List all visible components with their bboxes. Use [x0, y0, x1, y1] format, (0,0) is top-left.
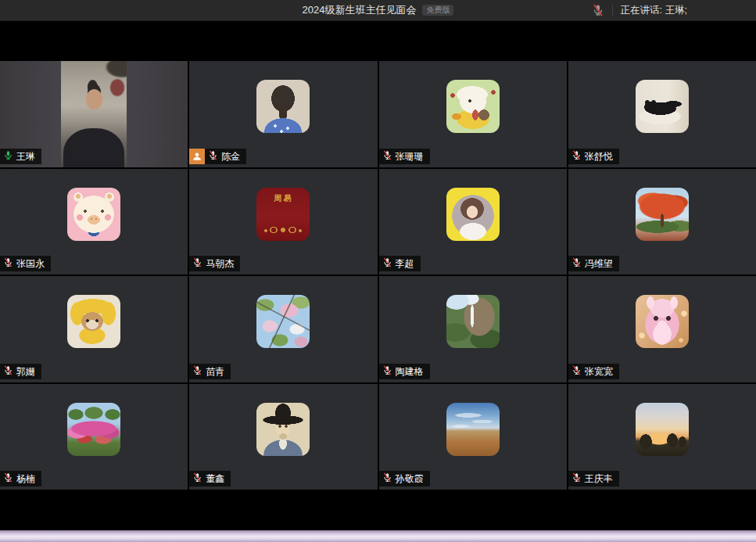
participant-tile-chenjin[interactable]: 陈金: [189, 61, 377, 167]
participant-name: 马朝杰: [206, 256, 234, 271]
participant-tile[interactable]: 张珊珊: [379, 61, 567, 167]
participant-nametag: 苗青: [189, 364, 231, 379]
participant-name: 冯维望: [585, 256, 613, 271]
participant-grid: 王琳: [0, 61, 756, 490]
participant-name: 李超: [396, 256, 414, 271]
participant-nametag: 陶建格: [379, 364, 430, 379]
participant-nametag: 王琳: [0, 149, 41, 164]
avatar: [256, 403, 310, 456]
microphone-muted-icon: [571, 257, 582, 271]
participant-tile[interactable]: 周易 马朝杰: [189, 169, 377, 275]
titlebar-separator: [612, 5, 613, 16]
microphone-muted-icon: [3, 257, 13, 271]
person-icon: [189, 149, 205, 164]
live-video-person: [61, 61, 127, 167]
participant-nametag: 马朝杰: [189, 256, 240, 271]
avatar: [446, 188, 500, 241]
participant-nametag: 李超: [379, 256, 421, 271]
avatar: 周易: [256, 188, 310, 241]
microphone-muted-icon: [571, 149, 582, 163]
participant-tile[interactable]: 李超: [379, 169, 567, 275]
avatar: [67, 188, 120, 241]
speaking-status: 正在讲话: 王琳;: [621, 4, 687, 17]
participant-tile[interactable]: 冯维望: [568, 169, 756, 275]
meeting-window: 2024级新生班主任见面会 免费版 正在讲话: 王琳;: [0, 0, 756, 542]
microphone-muted-icon: [192, 364, 202, 379]
microphone-muted-icon: [382, 257, 392, 271]
participant-name: 王庆丰: [585, 471, 613, 486]
participant-name: 孙敬霞: [396, 471, 424, 486]
participant-tile[interactable]: 孙敬霞: [379, 384, 567, 490]
participant-nametag: 张宽宽: [568, 364, 619, 379]
participant-tile[interactable]: 杨楠: [0, 384, 188, 490]
microphone-muted-icon: [571, 364, 582, 379]
participant-tile[interactable]: 张宽宽: [568, 276, 756, 382]
participant-name: 陶建格: [396, 364, 424, 379]
participant-name: 郭姗: [16, 364, 35, 379]
microphone-muted-icon: [382, 472, 392, 486]
avatar: [636, 403, 689, 456]
participant-tile-wanglin[interactable]: 王琳: [0, 61, 188, 167]
participant-name: 苗青: [206, 364, 224, 379]
avatar: [67, 403, 120, 456]
microphone-muted-icon[interactable]: [592, 4, 604, 16]
avatar: [446, 295, 500, 348]
participant-nametag: 冯维望: [568, 256, 619, 271]
microphone-muted-icon: [571, 472, 582, 486]
microphone-muted-icon: [382, 364, 392, 379]
microphone-on-icon: [3, 149, 13, 163]
background-window-edge: [0, 530, 756, 542]
titlebar-right: 正在讲话: 王琳;: [592, 0, 687, 20]
participant-tile[interactable]: 陶建格: [379, 276, 567, 382]
participant-name: 陈金: [221, 149, 240, 164]
microphone-muted-icon: [192, 257, 202, 271]
avatar: [636, 295, 689, 348]
free-version-badge: 免费版: [422, 5, 453, 16]
avatar: [256, 295, 310, 348]
participant-name: 杨楠: [16, 471, 35, 486]
microphone-muted-icon: [208, 149, 218, 163]
avatar: [636, 80, 689, 133]
avatar: [256, 80, 310, 133]
participant-name: 张舒悦: [585, 149, 613, 164]
microphone-muted-icon: [382, 149, 392, 163]
microphone-muted-icon: [3, 364, 13, 379]
avatar-book-title: 周易: [256, 193, 310, 204]
participant-nametag: 孙敬霞: [379, 471, 430, 486]
microphone-muted-icon: [192, 472, 202, 486]
participant-nametag: 张珊珊: [379, 149, 430, 164]
participant-tile[interactable]: 王庆丰: [568, 384, 756, 490]
participant-nametag: 杨楠: [0, 471, 41, 486]
participant-nametag: 张国永: [0, 256, 51, 271]
meeting-title: 2024级新生班主任见面会: [303, 3, 417, 17]
avatar: [636, 188, 689, 241]
title-group: 2024级新生班主任见面会 免费版: [303, 3, 454, 17]
titlebar: 2024级新生班主任见面会 免费版 正在讲话: 王琳;: [0, 0, 756, 21]
participant-nametag: 董鑫: [189, 471, 231, 486]
participant-tile[interactable]: 张国永: [0, 169, 188, 275]
microphone-muted-icon: [3, 472, 13, 486]
participant-name: 董鑫: [206, 471, 224, 486]
avatar: [446, 403, 500, 456]
participant-name: 张国永: [16, 256, 45, 271]
participant-tile[interactable]: 张舒悦: [568, 61, 756, 167]
participant-tile[interactable]: 郭姗: [0, 276, 188, 382]
participant-nametag: 王庆丰: [568, 471, 619, 486]
participant-name: 张珊珊: [396, 149, 424, 164]
avatar: [67, 295, 120, 348]
participant-tile[interactable]: 董鑫: [189, 384, 377, 490]
participant-name: 王琳: [16, 149, 35, 164]
participant-name: 张宽宽: [585, 364, 613, 379]
participant-nametag: 陈金: [189, 149, 246, 164]
participant-tile[interactable]: 苗青: [189, 276, 377, 382]
participant-nametag: 张舒悦: [568, 149, 619, 164]
avatar: [446, 80, 500, 133]
participant-nametag: 郭姗: [0, 364, 41, 379]
